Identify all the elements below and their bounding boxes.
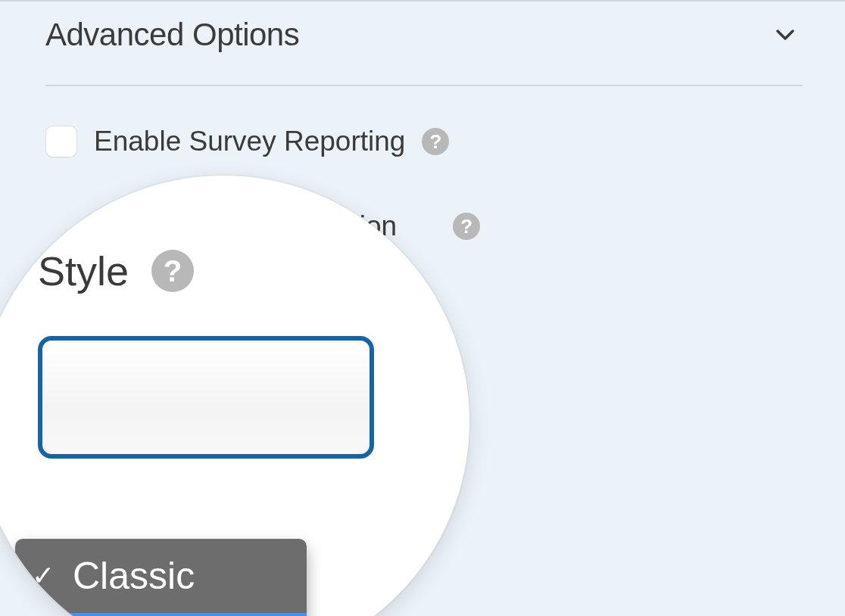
help-icon[interactable]: ?: [453, 213, 480, 240]
divider: [45, 85, 803, 86]
advanced-options-header[interactable]: Advanced Options: [45, 2, 803, 85]
style-option-label: Classic: [73, 554, 195, 598]
panel-title: Advanced Options: [45, 17, 299, 53]
help-icon[interactable]: ?: [151, 250, 194, 292]
option-row-survey: Enable Survey Reporting ?: [45, 126, 803, 157]
survey-label: Enable Survey Reporting: [94, 126, 405, 157]
style-option-classic[interactable]: ✓ Classic: [15, 539, 307, 613]
check-icon: ✓: [32, 560, 55, 592]
chevron-down-icon: [774, 23, 797, 46]
style-dropdown: ✓ Classic Modern: [15, 539, 307, 616]
style-select[interactable]: [38, 336, 374, 459]
style-option-modern[interactable]: Modern: [15, 613, 307, 616]
survey-checkbox[interactable]: [45, 126, 77, 157]
help-icon[interactable]: ?: [422, 128, 449, 155]
style-label: Style: [38, 247, 129, 294]
style-label-row: Style ?: [38, 247, 439, 294]
